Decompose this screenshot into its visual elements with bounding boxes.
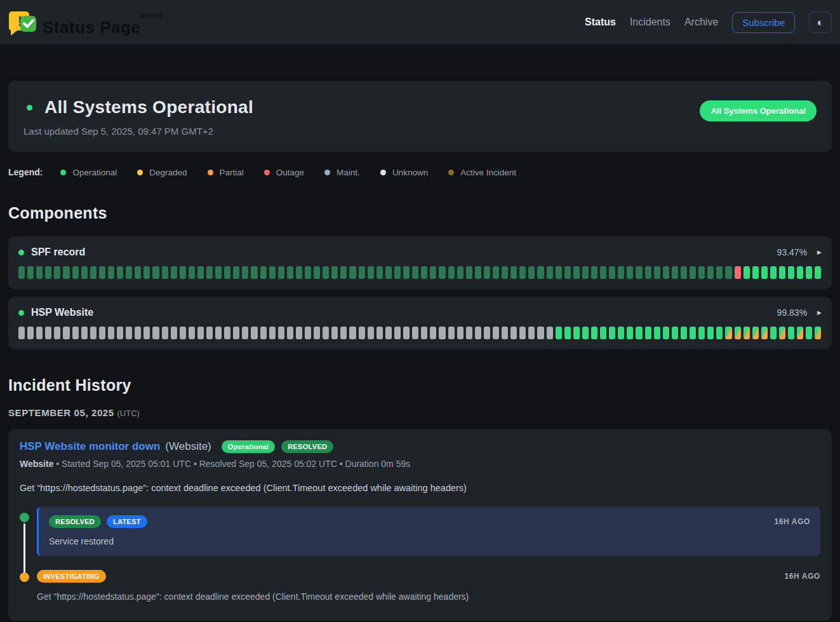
uptime-bar-dim — [368, 266, 374, 279]
timeline-marker-dot — [20, 513, 29, 522]
brand-superscript: hosted — [139, 11, 162, 19]
uptime-bar-dim — [81, 266, 88, 279]
uptime-bar-dim — [126, 266, 132, 279]
incident-card: HSP Website monitor down (Website) Opera… — [8, 429, 832, 621]
uptime-bar-na — [340, 327, 347, 339]
uptime-bar-op — [716, 327, 723, 339]
uptime-bar-op — [627, 327, 633, 339]
uptime-bar-na — [502, 327, 508, 339]
uptime-bar-na — [403, 327, 410, 339]
expand-icon[interactable]: ▶ — [817, 309, 822, 316]
uptime-bar-na — [287, 327, 293, 339]
uptime-bar-dim — [215, 266, 222, 279]
timeline-timestamp: 16H AGO — [775, 517, 810, 526]
uptime-bar-dim — [403, 266, 410, 279]
uptime-bar-dim — [636, 266, 642, 279]
uptime-bar-op — [779, 266, 785, 279]
legend-item: Outage — [264, 168, 304, 177]
uptime-percent: 99.83% — [777, 308, 807, 318]
uptime-bar-dim — [180, 266, 186, 279]
component-header: HSP Website99.83%▶ — [18, 307, 822, 318]
uptime-bar-na — [63, 327, 69, 339]
uptime-bar-dim — [206, 266, 213, 279]
uptime-bar-dim — [18, 266, 25, 279]
uptime-bar-op — [761, 266, 768, 279]
uptime-bar-na — [251, 327, 257, 339]
uptime-bar-na — [162, 327, 168, 339]
badge-operational: Operational — [222, 440, 275, 453]
uptime-bar-op — [797, 266, 803, 279]
timeline-entry-header: RESOLVEDLATEST16H AGO — [49, 515, 810, 528]
uptime-bar-op — [752, 266, 759, 279]
timeline-entry: INVESTIGATING16H AGOGet "https://hosteds… — [20, 570, 820, 602]
uptime-bar-dim — [609, 266, 615, 279]
component-header-right: 93.47%▶ — [777, 247, 822, 257]
uptime-bar-op — [672, 327, 678, 339]
legend-item: Degraded — [137, 168, 187, 177]
legend-item: Maint. — [324, 168, 360, 177]
nav-status[interactable]: Status — [585, 17, 616, 28]
uptime-bar-dim — [573, 266, 580, 279]
component-card[interactable]: HSP Website99.83%▶ — [8, 297, 832, 349]
uptime-bar-op — [564, 327, 571, 339]
uptime-bar-na — [421, 327, 427, 339]
expand-icon[interactable]: ▶ — [817, 249, 822, 255]
theme-toggle-button[interactable]: ◐ — [809, 11, 832, 33]
brand-logo[interactable]: ! Status Page hosted — [8, 8, 144, 37]
uptime-bar-na — [72, 327, 79, 339]
main-nav: StatusIncidentsArchive — [585, 17, 718, 28]
uptime-bar-dim — [663, 266, 669, 279]
uptime-bar-na — [54, 327, 60, 339]
badge-latest: LATEST — [107, 515, 147, 528]
uptime-bar-op — [743, 266, 750, 279]
uptime-bar-op — [573, 327, 580, 339]
component-status-dot — [18, 250, 24, 255]
nav-archive[interactable]: Archive — [684, 17, 718, 28]
uptime-bar-dim — [27, 266, 34, 279]
uptime-bars — [18, 327, 822, 339]
legend-item: Partial — [208, 168, 244, 177]
uptime-bar-na — [45, 327, 51, 339]
uptime-bar-na — [331, 327, 338, 339]
component-header: SPF record93.47%▶ — [18, 247, 822, 258]
subscribe-button[interactable]: Subscribe — [732, 12, 795, 33]
uptime-bar-dim — [242, 266, 248, 279]
uptime-bar-dim — [45, 266, 51, 279]
nav-incidents[interactable]: Incidents — [630, 17, 670, 28]
uptime-bar-op — [618, 327, 624, 339]
uptime-bar-dim — [430, 266, 436, 279]
uptime-bar-dim — [197, 266, 204, 279]
legend-item-label: Unknown — [392, 168, 428, 177]
component-card[interactable]: SPF record93.47%▶ — [8, 236, 832, 289]
uptime-bar-na — [394, 327, 401, 339]
uptime-bar-na — [314, 327, 320, 339]
uptime-bar-dim — [537, 266, 543, 279]
uptime-bar-dim — [377, 266, 383, 279]
uptime-bar-dim — [591, 266, 597, 279]
uptime-bar-na — [99, 327, 105, 339]
brand-title: Status Page — [43, 18, 140, 37]
uptime-bar-dim — [698, 266, 705, 279]
uptime-bar-dim — [323, 266, 329, 279]
legend-item-label: Degraded — [149, 168, 187, 177]
uptime-bar-na — [197, 327, 204, 339]
uptime-bar-na — [135, 327, 141, 339]
uptime-bar-na — [27, 327, 34, 339]
uptime-bar-dim — [385, 266, 392, 279]
last-updated-text: Last updated Sep 5, 2025, 09:47 PM GMT+2 — [23, 126, 253, 137]
uptime-bar-dim — [681, 266, 687, 279]
uptime-bar-dim — [725, 266, 731, 279]
uptime-bar-na — [143, 327, 150, 339]
uptime-bar-dim — [135, 266, 141, 279]
uptime-bar-dim — [260, 266, 267, 279]
uptime-bar-op — [681, 327, 687, 339]
uptime-bar-dim — [143, 266, 150, 279]
uptime-bar-out — [735, 266, 741, 279]
uptime-bar-dim — [54, 266, 60, 279]
incident-title-link[interactable]: HSP Website monitor down — [20, 440, 160, 453]
uptime-bar-na — [81, 327, 88, 339]
incident-meta: Website • Started Sep 05, 2025 05:01 UTC… — [20, 459, 820, 469]
uptime-bar-na — [519, 327, 526, 339]
uptime-bar-na — [171, 327, 177, 339]
uptime-bar-na — [484, 327, 490, 339]
